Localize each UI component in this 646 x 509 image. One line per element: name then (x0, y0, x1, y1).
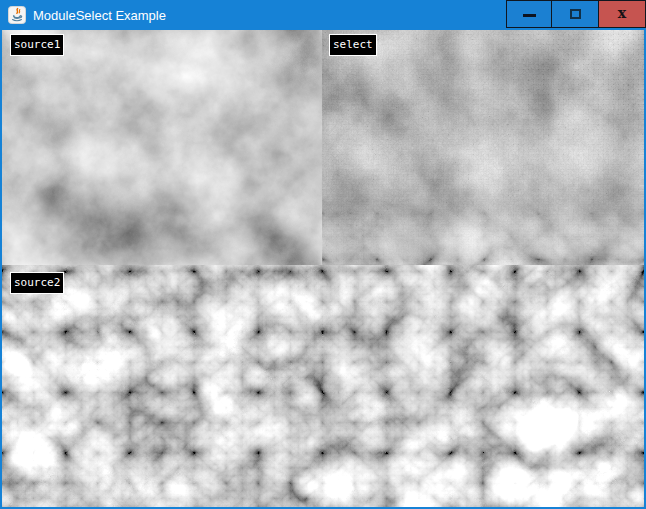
java-app-icon (8, 6, 26, 24)
maximize-icon (570, 9, 581, 19)
close-icon: x (618, 6, 626, 20)
window-controls: x (506, 0, 646, 28)
titlebar[interactable]: ModuleSelect Example x (0, 0, 646, 30)
label-source2: source2 (10, 272, 64, 294)
minimize-icon (523, 14, 536, 17)
window-title: ModuleSelect Example (33, 8, 166, 23)
render-canvas: source1 select source2 (2, 30, 644, 507)
close-button[interactable]: x (598, 0, 646, 28)
label-source1: source1 (10, 34, 64, 56)
app-window: ModuleSelect Example x (0, 0, 646, 509)
label-select: select (329, 34, 377, 56)
minimize-button[interactable] (506, 0, 552, 28)
noise-render (2, 30, 644, 507)
maximize-button[interactable] (552, 0, 598, 28)
